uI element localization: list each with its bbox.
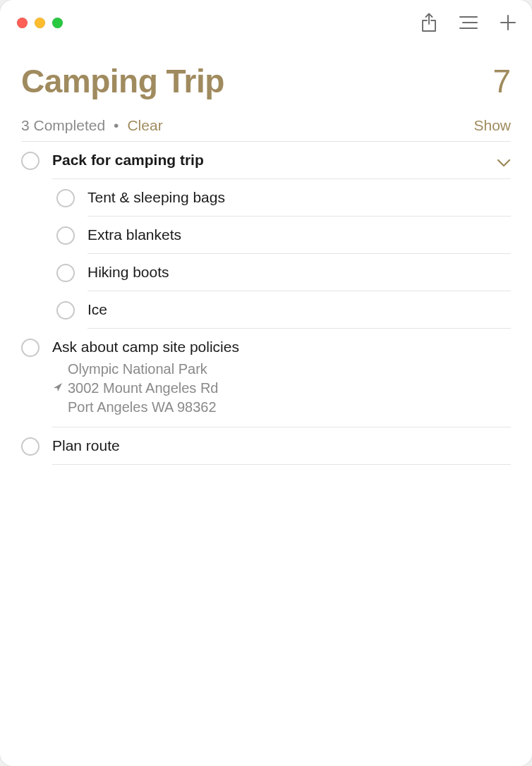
reminder-title: Tent & sleeping bags xyxy=(87,189,225,205)
reminder-list: Pack for camping trip Tent & sleeping ba… xyxy=(0,142,532,465)
reminder-row[interactable]: Plan route xyxy=(21,427,511,465)
complete-toggle[interactable] xyxy=(56,301,75,320)
location-name: Olympic National Park xyxy=(52,360,511,379)
location-city: Port Angeles WA 98362 xyxy=(52,398,511,417)
reminder-title: Pack for camping trip xyxy=(52,152,204,168)
separator-dot: • xyxy=(114,117,119,134)
chevron-down-icon[interactable] xyxy=(497,154,511,171)
reminder-title: Plan route xyxy=(52,437,120,454)
completed-status-row: 3 Completed • Clear Show xyxy=(0,100,532,141)
list-header: Camping Trip 7 xyxy=(0,45,532,100)
reminder-row[interactable]: Tent & sleeping bags xyxy=(56,179,511,217)
reminder-title: Hiking boots xyxy=(87,264,169,280)
list-view-icon[interactable] xyxy=(459,15,478,30)
close-button[interactable] xyxy=(17,18,28,28)
complete-toggle[interactable] xyxy=(56,226,75,245)
location-arrow-icon xyxy=(52,379,68,398)
minimize-button[interactable] xyxy=(35,18,45,28)
reminder-title: Extra blankets xyxy=(87,226,181,243)
clear-completed-button[interactable]: Clear xyxy=(127,117,162,134)
reminder-row[interactable]: Ask about camp site policies Olympic Nat… xyxy=(21,329,511,427)
complete-toggle[interactable] xyxy=(56,264,75,282)
reminder-title: Ask about camp site policies xyxy=(52,339,239,355)
complete-toggle[interactable] xyxy=(21,437,40,456)
subtask-list: Tent & sleeping bags Extra blankets Hiki… xyxy=(56,179,511,329)
window-controls xyxy=(17,18,63,28)
reminders-window: Camping Trip 7 3 Completed • Clear Show … xyxy=(0,0,532,766)
reminder-location[interactable]: Olympic National Park 3002 Mount Angeles… xyxy=(52,360,511,417)
remaining-count: 7 xyxy=(492,62,511,100)
complete-toggle[interactable] xyxy=(21,339,40,357)
complete-toggle[interactable] xyxy=(56,189,75,207)
location-street: 3002 Mount Angeles Rd xyxy=(68,379,219,398)
titlebar xyxy=(0,0,532,45)
reminder-row[interactable]: Extra blankets xyxy=(56,217,511,254)
show-completed-button[interactable]: Show xyxy=(473,117,511,134)
complete-toggle[interactable] xyxy=(21,152,40,170)
reminder-title: Ice xyxy=(87,301,107,317)
zoom-button[interactable] xyxy=(52,18,63,28)
share-icon[interactable] xyxy=(421,13,437,32)
list-title: Camping Trip xyxy=(21,62,224,100)
toolbar xyxy=(421,13,516,32)
reminder-row[interactable]: Ice xyxy=(56,291,511,329)
completed-count-label: 3 Completed xyxy=(21,117,105,134)
reminder-row[interactable]: Pack for camping trip xyxy=(21,142,511,179)
reminder-row[interactable]: Hiking boots xyxy=(56,254,511,291)
add-icon[interactable] xyxy=(500,14,516,31)
